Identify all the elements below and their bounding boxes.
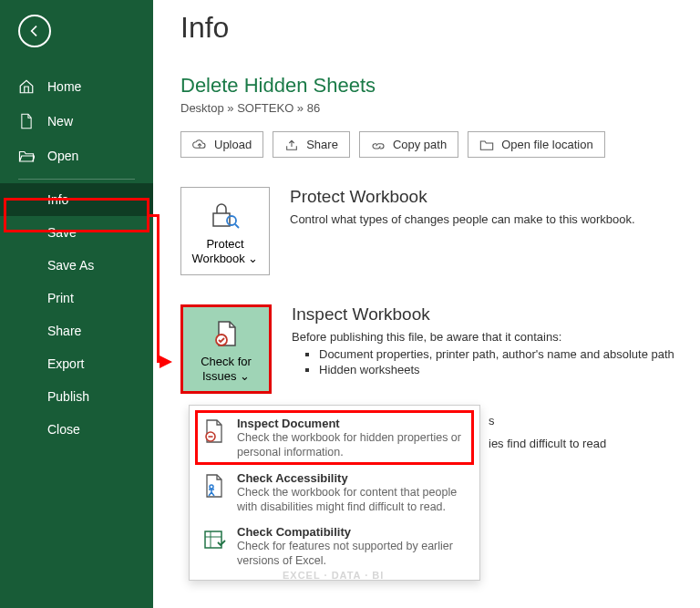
list-item: Document properties, printer path, autho… [319, 347, 674, 361]
action-label: Upload [214, 138, 252, 151]
action-row: Upload Share Copy path Open file locatio… [180, 131, 700, 158]
sidebar-item-home[interactable]: Home [0, 69, 153, 104]
link-icon [371, 139, 386, 151]
menu-item-desc: Check the workbook for hidden properties… [237, 430, 467, 460]
partial-text: ies find difficult to read [489, 437, 606, 450]
annotation-arrow [157, 214, 160, 363]
partial-text: s [489, 414, 495, 428]
check-issues-menu: Inspect Document Check the workbook for … [189, 405, 480, 581]
sidebar-item-label: Save [47, 225, 77, 240]
sidebar-item-label: Close [47, 422, 80, 437]
action-label: Open file location [501, 138, 592, 151]
action-label: Share [306, 138, 338, 151]
menu-check-accessibility[interactable]: Check Accessibility Check the workbook f… [190, 466, 479, 520]
section-desc: Control what types of changes people can… [290, 212, 635, 226]
lock-search-icon [210, 201, 241, 230]
new-icon [18, 113, 35, 129]
breadcrumb: Desktop » SOFTEKO » 86 [180, 101, 700, 115]
menu-inspect-document[interactable]: Inspect Document Check the workbook for … [190, 411, 479, 466]
action-label: Copy path [393, 138, 447, 151]
menu-item-desc: Check for features not supported by earl… [237, 539, 467, 569]
sidebar-item-label: Save As [47, 258, 94, 273]
button-label: Protect Workbook ⌄ [192, 237, 259, 265]
sidebar-item-export[interactable]: Export [0, 347, 153, 380]
sidebar-item-info[interactable]: Info [0, 183, 153, 216]
document-title: Delete Hidden Sheets [180, 74, 700, 98]
section-heading: Protect Workbook [290, 187, 635, 207]
menu-item-title: Check Accessibility [237, 471, 467, 485]
sidebar-item-publish[interactable]: Publish [0, 380, 153, 413]
sidebar-item-close[interactable]: Close [0, 413, 153, 446]
back-button[interactable] [18, 15, 51, 47]
inspect-list: Document properties, printer path, autho… [292, 347, 674, 376]
sidebar-item-save-as[interactable]: Save As [0, 249, 153, 282]
open-icon [18, 148, 35, 164]
document-check-icon [211, 320, 241, 347]
open-location-button[interactable]: Open file location [468, 131, 604, 158]
sidebar-item-save[interactable]: Save [0, 216, 153, 249]
menu-item-title: Check Compatibility [237, 525, 467, 539]
compatibility-icon [202, 527, 226, 569]
sidebar-item-open[interactable]: Open [0, 139, 153, 173]
sidebar: Home New Open Info Save Save As Print Sh… [0, 0, 153, 608]
sidebar-item-label: Home [47, 79, 81, 94]
section-heading: Inspect Workbook [292, 304, 674, 325]
sidebar-item-label: Share [47, 324, 81, 338]
menu-item-title: Inspect Document [237, 417, 467, 430]
sidebar-divider [18, 179, 135, 180]
home-icon [18, 78, 35, 95]
annotation-arrow [149, 214, 157, 217]
copy-path-button[interactable]: Copy path [359, 131, 458, 158]
inspect-document-icon [202, 418, 226, 460]
sidebar-item-new[interactable]: New [0, 104, 153, 139]
upload-icon [192, 139, 207, 151]
svg-point-1 [227, 216, 236, 225]
svg-rect-5 [205, 531, 221, 548]
sidebar-item-label: Info [47, 192, 68, 207]
check-for-issues-button[interactable]: Check for Issues ⌄ [180, 304, 272, 395]
button-label: Check for Issues ⌄ [201, 355, 252, 383]
folder-icon [479, 139, 494, 151]
section-inspect: Check for Issues ⌄ Inspect Workbook Befo… [180, 304, 700, 395]
page-title: Info [180, 11, 700, 45]
sidebar-item-label: Export [47, 356, 84, 371]
sidebar-item-label: Print [47, 291, 74, 305]
list-item: Hidden worksheets [319, 363, 674, 376]
menu-item-desc: Check the workbook for content that peop… [237, 485, 467, 515]
section-body: Protect Workbook Control what types of c… [290, 187, 635, 275]
protect-workbook-button[interactable]: Protect Workbook ⌄ [180, 187, 270, 275]
share-icon [284, 139, 299, 151]
share-button[interactable]: Share [273, 131, 350, 158]
sidebar-item-label: New [47, 114, 73, 129]
section-body: Inspect Workbook Before publishing this … [292, 304, 674, 395]
accessibility-icon [202, 473, 226, 515]
sidebar-item-label: Open [47, 149, 78, 163]
sidebar-item-share[interactable]: Share [0, 314, 153, 347]
section-intro: Before publishing this file, be aware th… [292, 330, 674, 344]
sidebar-item-label: Publish [47, 389, 89, 404]
upload-button[interactable]: Upload [180, 131, 263, 158]
section-protect: Protect Workbook ⌄ Protect Workbook Cont… [180, 187, 700, 275]
annotation-arrow-head [160, 356, 172, 368]
watermark: EXCEL · DATA · BI [283, 570, 384, 581]
sidebar-item-print[interactable]: Print [0, 282, 153, 314]
menu-check-compatibility[interactable]: Check Compatibility Check for features n… [190, 520, 479, 574]
